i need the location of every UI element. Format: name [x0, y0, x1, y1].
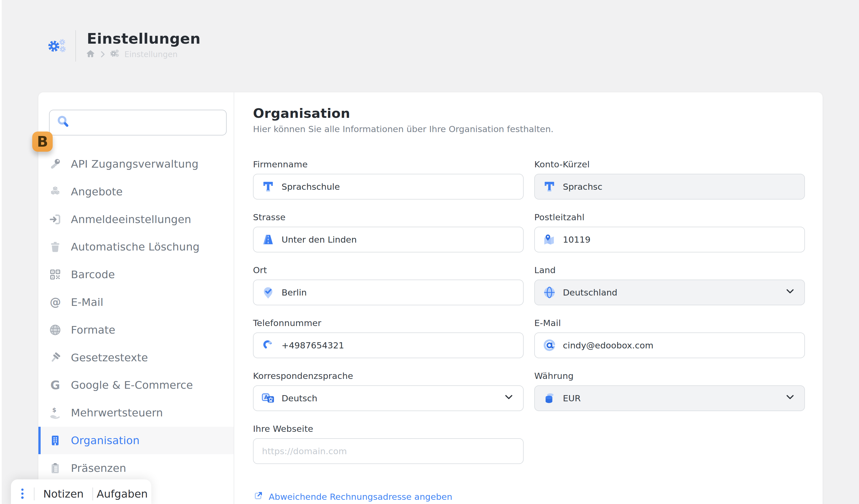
sidebar-item-anmeldeeinstellungen[interactable]: Anmeldeeinstellungen — [39, 205, 233, 233]
tab-aufgaben[interactable]: Aufgaben — [93, 488, 151, 500]
page-title: Einstellungen — [87, 30, 200, 47]
field-label: Postleitzahl — [534, 211, 805, 223]
field-label: Korrespondenzsprache — [253, 370, 524, 381]
home-icon[interactable] — [86, 49, 95, 60]
sidebar-item-label: Gesetzestexte — [71, 351, 148, 364]
sidebar-item-label: Automatische Löschung — [71, 241, 199, 253]
select-value-land[interactable] — [535, 287, 804, 298]
google-icon: G — [48, 378, 62, 392]
sidebar-search[interactable] — [49, 110, 227, 136]
organisation-panel: Organisation Hier können Sie alle Inform… — [235, 92, 823, 504]
chevron-down-icon — [785, 286, 795, 299]
sidebar-item-label: Angebote — [71, 186, 123, 198]
sidebar-item-label: Formate — [71, 324, 116, 336]
phone-icon — [261, 338, 275, 352]
field-ort: Ort — [253, 265, 524, 305]
globe-blue-icon — [542, 285, 557, 300]
hand-dollar-icon: $ — [48, 406, 62, 420]
field-konto-k-rzel: Konto-Kürzel — [534, 159, 805, 200]
translate-icon: A — [261, 391, 275, 406]
billing-address-link-label: Abweichende Rechnungsadresse angeben — [269, 492, 452, 502]
chevron-right-icon — [101, 49, 105, 60]
field-ihre-webseite: Ihre Webseite — [253, 423, 524, 464]
sidebar-item-label: E-Mail — [71, 296, 103, 309]
input- — [253, 280, 524, 305]
qrcode-icon — [48, 268, 62, 281]
settings-card: API ZugangsverwaltungAngeboteAnmeldeeins… — [39, 92, 823, 504]
sidebar-item-label: Präsenzen — [71, 462, 126, 474]
select-value-w-hrung[interactable] — [535, 393, 804, 403]
select-: A — [253, 385, 524, 411]
sidebar-item-api-zugangsverwaltung[interactable]: API Zugangsverwaltung — [39, 150, 233, 178]
key-icon — [48, 157, 62, 171]
sidebar-item-pr-senzen[interactable]: Präsenzen — [39, 454, 233, 482]
map-pin-icon — [542, 232, 557, 247]
clipboard-icon — [48, 461, 62, 475]
input-telefonnummer[interactable] — [254, 340, 523, 350]
tab-notizen[interactable]: Notizen — [34, 488, 93, 500]
input- — [534, 332, 805, 358]
globe-icon — [48, 323, 62, 337]
external-link-icon — [253, 490, 263, 503]
input-strasse[interactable] — [254, 235, 523, 245]
coins-icon — [542, 391, 557, 406]
sidebar-item-label: Google & E-Commerce — [71, 379, 193, 391]
field-label: Ort — [253, 265, 524, 275]
input- — [253, 332, 524, 358]
svg-text:$: $ — [52, 407, 57, 413]
sidebar-item-label: Barcode — [71, 268, 115, 281]
field-w-hrung: Währung — [534, 370, 805, 411]
cubes-icon — [48, 185, 62, 199]
sidebar-item-angebote[interactable]: Angebote — [39, 178, 233, 205]
left-edge — [0, 0, 2, 504]
input-postleitzahl[interactable] — [535, 235, 804, 245]
input-konto-k-rzel[interactable] — [535, 182, 804, 192]
chevron-down-icon — [503, 392, 514, 405]
field-strasse: Strasse — [253, 211, 524, 252]
field-postleitzahl: Postleitzahl — [534, 211, 805, 252]
select- — [534, 280, 805, 305]
svg-text:@: @ — [49, 296, 61, 309]
search-input[interactable] — [75, 117, 226, 128]
settings-sidebar: API ZugangsverwaltungAngeboteAnmeldeeins… — [39, 92, 234, 504]
billing-address-link[interactable]: Abweichende Rechnungsadresse angeben — [253, 490, 805, 503]
input- — [253, 174, 524, 200]
search-icon — [56, 115, 70, 130]
field-land: Land — [534, 265, 805, 305]
field-firmenname: Firmenname — [253, 159, 524, 200]
input-ihre-webseite[interactable] — [254, 446, 523, 456]
select- — [534, 385, 805, 411]
text-icon — [542, 179, 557, 194]
sidebar-item-mehrwertsteuern[interactable]: $Mehrwertsteuern — [39, 399, 233, 427]
sidebar-item-automatische-l-schung[interactable]: Automatische Löschung — [39, 233, 233, 261]
section-title: Organisation — [253, 105, 805, 122]
sidebar-item-label: API Zugangsverwaltung — [71, 158, 199, 170]
sidebar-item-barcode[interactable]: Barcode — [39, 261, 233, 288]
kebab-icon[interactable] — [11, 488, 34, 500]
footer-tabbar: Notizen Aufgaben — [11, 479, 151, 504]
input- — [253, 438, 524, 464]
sidebar-item-formate[interactable]: Formate — [39, 316, 233, 344]
input-e-mail[interactable] — [535, 340, 804, 350]
sidebar-item-organisation[interactable]: Organisation — [39, 427, 233, 455]
input-ort[interactable] — [254, 287, 523, 298]
field-e-mail: E-Mail — [534, 317, 805, 358]
text-icon — [261, 179, 275, 194]
chevron-down-icon — [785, 392, 795, 405]
input- — [534, 174, 805, 200]
input- — [534, 227, 805, 252]
select-value-korrespondenzsprache[interactable] — [254, 393, 523, 403]
sidebar-item-e-mail[interactable]: @E-Mail — [39, 288, 233, 316]
sidebar-item-label: Mehrwertsteuern — [71, 407, 163, 419]
sidebar-item-google-e-commerce[interactable]: GGoogle & E-Commerce — [39, 371, 233, 399]
svg-text:G: G — [50, 378, 60, 392]
field-label: Telefonnummer — [253, 317, 524, 329]
input- — [253, 227, 524, 252]
sidebar-item-gesetzestexte[interactable]: Gesetzestexte — [39, 344, 233, 371]
field-label: Währung — [534, 370, 805, 381]
breadcrumb: Einstellungen — [86, 49, 178, 59]
input-firmenname[interactable] — [254, 182, 523, 192]
field-label: Konto-Kürzel — [534, 159, 805, 170]
gears-small-icon — [110, 49, 119, 60]
gavel-icon — [48, 351, 62, 364]
